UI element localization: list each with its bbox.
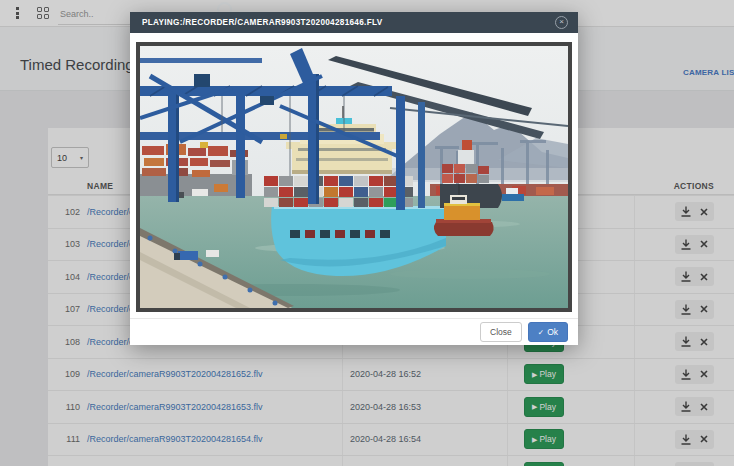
ok-button[interactable]: ✓Ok — [528, 322, 568, 342]
modal-header: PLAYING:/RECORDER/CAMERAR9903T2020042816… — [130, 12, 578, 33]
video-frame — [136, 42, 572, 312]
container-yard — [140, 144, 252, 198]
modal-footer: Close ✓Ok — [130, 318, 578, 345]
app-root: Timed Recording CAMERA LIST > TIMED RECO… — [0, 0, 734, 466]
modal-title: PLAYING:/RECORDER/CAMERAR9903T2020042816… — [142, 18, 555, 27]
close-button[interactable]: Close — [480, 322, 522, 342]
hull-doors — [290, 230, 390, 238]
player-modal: PLAYING:/RECORDER/CAMERAR9903T2020042816… — [130, 12, 578, 345]
close-icon[interactable]: × — [555, 16, 568, 29]
check-icon: ✓ — [538, 328, 544, 337]
port-photo — [140, 46, 568, 308]
